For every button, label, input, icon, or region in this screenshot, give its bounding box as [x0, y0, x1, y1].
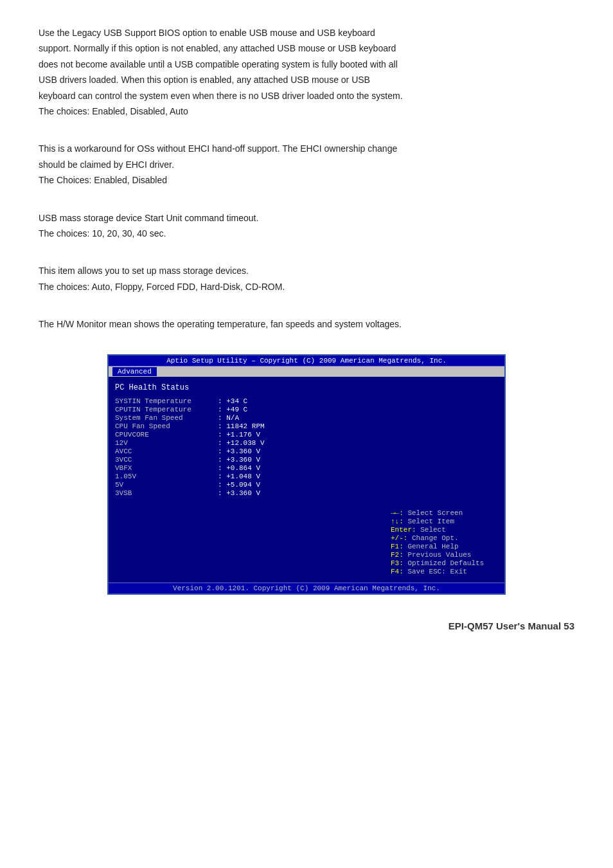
bios-row-value: : +0.864 V — [218, 464, 260, 472]
bios-window: Aptio Setup Utility – Copyright (C) 2009… — [107, 354, 506, 595]
legacy-usb-line-2: support. Normally if this option is not … — [39, 41, 574, 55]
bios-hint-desc: Optimized Defaults — [404, 559, 484, 567]
legacy-usb-line-3: does not become available until a USB co… — [39, 57, 574, 71]
hw-monitor-intro-block: The H/W Monitor mean shows the operating… — [39, 317, 574, 331]
bios-row: 12V: +12.038 V — [115, 439, 379, 447]
bios-row-value: : +3.360 V — [218, 456, 260, 464]
bios-main-panel: PC Health Status SYSTIN Temperature: +34… — [109, 381, 386, 579]
bios-row: 1.05V: +1.048 V — [115, 473, 379, 480]
legacy-usb-block: Use the Legacy USB Support BIOS option t… — [39, 26, 574, 118]
bios-row-label: AVCC — [115, 448, 218, 455]
bios-row: SYSTIN Temperature: +34 C — [115, 397, 379, 405]
bios-row-label: CPUTIN Temperature — [115, 406, 218, 413]
usb-mass-line-1: USB mass storage device Start Unit comma… — [39, 211, 574, 225]
bios-row-label: 12V — [115, 439, 218, 447]
bios-row-value: : +5.094 V — [218, 481, 260, 489]
bios-row-value: : +49 C — [218, 406, 247, 413]
legacy-usb-line-6: The choices: Enabled, Disabled, Auto — [39, 104, 574, 118]
bios-row: 3VCC: +3.360 V — [115, 456, 379, 464]
bios-title-bar: Aptio Setup Utility – Copyright (C) 2009… — [109, 356, 504, 366]
bios-row-value: : +12.038 V — [218, 439, 265, 447]
bios-body: PC Health Status SYSTIN Temperature: +34… — [109, 377, 504, 583]
legacy-usb-line-4: USB drivers loaded. When this option is … — [39, 73, 574, 87]
bios-row-label: 3VCC — [115, 456, 218, 464]
bios-hint-key: F2: — [391, 551, 404, 559]
bios-row: System Fan Speed: N/A — [115, 414, 379, 422]
bios-hint-key: F1: — [391, 543, 404, 550]
bios-row-label: 1.05V — [115, 473, 218, 480]
bios-hint-key: F4: — [391, 568, 404, 575]
bios-hint-desc: Select — [416, 526, 446, 534]
bios-row-label: VBFX — [115, 464, 218, 472]
bios-row-label: SYSTIN Temperature — [115, 397, 218, 405]
bios-tab-bar: Advanced — [109, 366, 504, 377]
bios-hint-line: F4: Save ESC: Exit — [391, 568, 499, 575]
page-content: Use the Legacy USB Support BIOS option t… — [39, 26, 574, 631]
bios-row-label: CPU Fan Speed — [115, 422, 218, 430]
bios-hint-key: Enter: — [391, 526, 416, 534]
ehci-line-2: should be claimed by EHCI driver. — [39, 158, 574, 172]
mass-storage-line-1: This item allows you to set up mass stor… — [39, 264, 574, 278]
legacy-usb-line-5: keyboard can control the system even whe… — [39, 89, 574, 103]
bios-hint-desc: Save ESC: Exit — [404, 568, 467, 575]
bios-hint-line: F2: Previous Values — [391, 551, 499, 559]
bios-hint-line: +/-: Change Opt. — [391, 534, 499, 542]
bios-row-value: : +3.360 V — [218, 448, 260, 455]
bios-row-value: : +1.176 V — [218, 431, 260, 439]
bios-row-label: 3VSB — [115, 489, 218, 497]
bios-footer: Version 2.00.1201. Copyright (C) 2009 Am… — [109, 583, 504, 593]
bios-hint-key: ↑↓: — [391, 518, 404, 525]
ehci-line-1: This is a workaround for OSs without EHC… — [39, 141, 574, 156]
bios-section-title: PC Health Status — [115, 383, 379, 392]
bios-row-value: : +1.048 V — [218, 473, 260, 480]
bios-row: CPUVCORE: +1.176 V — [115, 431, 379, 439]
bios-row: VBFX: +0.864 V — [115, 464, 379, 472]
bios-row-value: : N/A — [218, 414, 239, 422]
bios-row-value: : 11842 RPM — [218, 422, 265, 430]
bios-row-value: : +3.360 V — [218, 489, 260, 497]
bios-row: AVCC: +3.360 V — [115, 448, 379, 455]
legacy-usb-line-1: Use the Legacy USB Support BIOS option t… — [39, 26, 574, 40]
bios-hints-panel: →←: Select Screen↑↓: Select ItemEnter: S… — [386, 507, 504, 579]
bios-hint-desc: General Help — [404, 543, 459, 550]
usb-mass-block: USB mass storage device Start Unit comma… — [39, 211, 574, 241]
bios-hint-line: F3: Optimized Defaults — [391, 559, 499, 567]
bios-row: 3VSB: +3.360 V — [115, 489, 379, 497]
bios-row: CPUTIN Temperature: +49 C — [115, 406, 379, 413]
bios-hint-line: →←: Select Screen — [391, 509, 499, 517]
bios-hint-line: Enter: Select — [391, 526, 499, 534]
bios-hint-key: F3: — [391, 559, 404, 567]
bios-hint-desc: Change Opt. — [407, 534, 458, 542]
bios-hint-key: +/-: — [391, 534, 407, 542]
bios-row: 5V: +5.094 V — [115, 481, 379, 489]
bios-row-value: : +34 C — [218, 397, 247, 405]
bios-hint-key: →←: — [391, 509, 404, 517]
bios-hint-desc: Previous Values — [404, 551, 472, 559]
bios-row-label: System Fan Speed — [115, 414, 218, 422]
ehci-line-3: The Choices: Enabled, Disabled — [39, 173, 574, 187]
mass-storage-block: This item allows you to set up mass stor… — [39, 264, 574, 294]
bios-hint-line: F1: General Help — [391, 543, 499, 550]
page-footer: EPI-QM57 User's Manual 53 — [39, 614, 574, 631]
bios-row-label: CPUVCORE — [115, 431, 218, 439]
bios-hint-desc: Select Screen — [404, 509, 463, 517]
bios-screenshot: Aptio Setup Utility – Copyright (C) 2009… — [39, 354, 574, 595]
hw-monitor-intro: The H/W Monitor mean shows the operating… — [39, 317, 574, 331]
page-footer-text: EPI-QM57 User's Manual 53 — [449, 620, 574, 631]
bios-rows: SYSTIN Temperature: +34 CCPUTIN Temperat… — [115, 397, 379, 497]
bios-row: CPU Fan Speed: 11842 RPM — [115, 422, 379, 430]
bios-hint-line: ↑↓: Select Item — [391, 518, 499, 525]
usb-mass-line-2: The choices: 10, 20, 30, 40 sec. — [39, 226, 574, 240]
mass-storage-line-2: The choices: Auto, Floppy, Forced FDD, H… — [39, 280, 574, 294]
ehci-block: This is a workaround for OSs without EHC… — [39, 141, 574, 187]
bios-hint-desc: Select Item — [404, 518, 454, 525]
bios-row-label: 5V — [115, 481, 218, 489]
bios-tab-advanced[interactable]: Advanced — [112, 367, 157, 376]
